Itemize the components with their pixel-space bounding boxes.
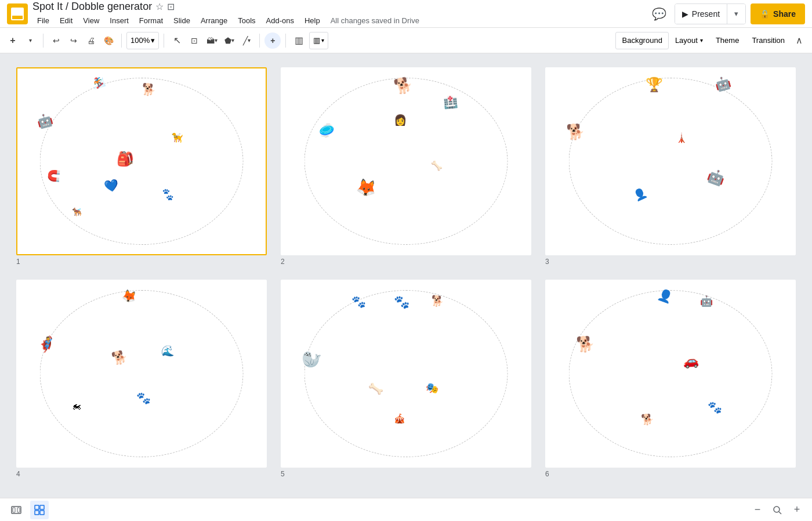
grid-icon (34, 505, 45, 515)
svg-line-8 (779, 512, 781, 514)
collapse-toolbar-button[interactable]: ∧ (791, 31, 807, 50)
svg-rect-6 (40, 511, 44, 515)
toolbar-zoom-section: 100% ▾ (126, 32, 159, 49)
slide2-char-6: 🦴 (431, 161, 443, 171)
line-icon: ╱ (243, 36, 248, 45)
slide4-char-3: 🐕 (111, 350, 128, 365)
slide-number-5: 5 (281, 470, 285, 478)
slide-circle-5 (304, 290, 508, 457)
slide-thumbnail-4[interactable]: 🦊 🦸 🐕 🌊 🏍 🐾 (16, 280, 267, 468)
slide-thumbnail-3[interactable]: 🏆 🤖 🐕 🗼 🤖 👤 (545, 67, 796, 255)
divider-5 (285, 34, 286, 48)
menu-view[interactable]: View (78, 14, 104, 27)
layout-button[interactable]: Layout ▾ (669, 32, 709, 49)
background-button[interactable]: Background (615, 32, 668, 49)
share-button[interactable]: 🔒 Share (751, 3, 805, 24)
slide6-char-6: 🐕 (641, 414, 654, 425)
print-button[interactable]: 🖨 (83, 31, 99, 50)
layout-icon-button[interactable]: ▥ (291, 31, 307, 50)
slides-grid: 🏂 🐕 🤖 🧲 💙 🐾 🦮 🐕‍🦺 🎒 1 🐕 🥏 (0, 53, 812, 521)
slide-number-2: 2 (281, 258, 285, 266)
title-area: Spot It / Dobble generator ☆ ⊡ File Edit… (32, 1, 644, 27)
slide-thumbnail-1[interactable]: 🏂 🐕 🤖 🧲 💙 🐾 🦮 🐕‍🦺 🎒 (16, 67, 267, 255)
menu-slide[interactable]: Slide (169, 14, 195, 27)
insert-plus-button[interactable]: + (264, 32, 281, 49)
shape-tool-button[interactable]: ⬟ ▾ (221, 31, 237, 50)
slide-wrapper-4: 🦊 🦸 🐕 🌊 🏍 🐾 4 (9, 275, 274, 487)
slide1-char-2: 🐕 (140, 82, 157, 96)
crop-tool-button[interactable]: ⊡ (186, 31, 202, 50)
add-slide-button[interactable]: + (5, 31, 21, 50)
filmstrip-icon (11, 505, 21, 515)
slide6-char-4: 🚗 (682, 354, 699, 368)
top-right-controls: 💬 ▶ Present ▾ 🔒 Share (649, 3, 805, 24)
line-tool-button[interactable]: ╱ ▾ (238, 31, 255, 50)
slide5-char-3: 🐕 (430, 295, 444, 307)
present-button-group: ▶ Present ▾ (675, 3, 746, 24)
zoom-reset-button[interactable] (769, 502, 785, 518)
slide-thumbnail-2[interactable]: 🐕 🥏 👩 🏥 🦊 🦴 (281, 67, 531, 255)
slide-circle-3 (569, 78, 773, 245)
menu-tools[interactable]: Tools (233, 14, 260, 27)
theme-button[interactable]: Theme (709, 32, 745, 49)
slide3-char-4: 🗼 (676, 133, 687, 143)
slide-thumbnail-6[interactable]: 👤 🤖 🐕 🚗 🐾 🐕 (545, 280, 796, 468)
slide6-char-5: 🐾 (708, 401, 722, 413)
zoom-in-button[interactable]: + (789, 502, 805, 518)
present-main-button[interactable]: ▶ Present (675, 4, 727, 24)
slide3-char-1: 🏆 (646, 78, 663, 92)
toolbar-right-actions: Background Layout ▾ Theme Transition ∧ (615, 31, 807, 50)
grid-view-button[interactable] (30, 501, 49, 519)
menu-file[interactable]: File (32, 14, 54, 27)
slide3-char-2: 🤖 (714, 76, 733, 92)
folder-icon[interactable]: ⊡ (167, 1, 175, 12)
menu-format[interactable]: Format (135, 14, 168, 27)
slide-options-dropdown[interactable]: ▥ ▾ (309, 32, 328, 49)
add-dropdown-button[interactable]: ▾ (22, 31, 38, 50)
slide2-char-2: 🥏 (318, 124, 335, 138)
slide4-char-2: 🦸 (37, 337, 56, 352)
slide-thumbnail-5[interactable]: 🐾 🐾 🐕 🦭 🦴 🎭 🎪 (281, 280, 531, 468)
slide4-char-4: 🌊 (161, 346, 174, 356)
layout-label: Layout (675, 36, 698, 45)
slide1-char-7: 🦮 (171, 133, 183, 143)
toolbar-add-section: + ▾ (5, 31, 38, 50)
slide2-char-1: 🐕 (393, 76, 414, 94)
menu-insert[interactable]: Insert (105, 14, 133, 27)
present-dropdown-button[interactable]: ▾ (727, 4, 745, 24)
slide6-char-2: 🤖 (700, 296, 713, 306)
menu-addons[interactable]: Add-ons (262, 14, 299, 27)
slide-circle-1 (40, 78, 244, 245)
filmstrip-view-button[interactable] (7, 501, 26, 519)
zoom-out-button[interactable]: − (749, 502, 766, 518)
svg-rect-4 (40, 505, 44, 509)
zoom-dropdown[interactable]: 100% ▾ (126, 32, 159, 49)
cursor-tool-button[interactable]: ↖ (169, 31, 185, 50)
paint-format-button[interactable]: 🎨 (100, 31, 117, 50)
slide5-char-6: 🎭 (426, 383, 438, 393)
comment-button[interactable]: 💬 (649, 3, 670, 24)
zoom-value: 100% (130, 36, 150, 45)
present-icon: ▶ (682, 9, 688, 19)
undo-button[interactable]: ↩ (48, 31, 64, 50)
redo-button[interactable]: ↪ (66, 31, 82, 50)
menu-arrange[interactable]: Arrange (196, 14, 232, 27)
slide-number-6: 6 (545, 470, 549, 478)
menu-edit[interactable]: Edit (55, 14, 77, 27)
star-icon[interactable]: ☆ (155, 1, 164, 12)
slide1-char-4: 🧲 (47, 170, 60, 182)
image-tool-button[interactable]: 🏔 ▾ (204, 31, 220, 50)
slide-number-3: 3 (545, 258, 549, 266)
shape-icon: ⬟ (224, 36, 231, 45)
slide5-char-1: 🐾 (351, 296, 366, 307)
menu-help[interactable]: Help (300, 14, 325, 27)
transition-button[interactable]: Transition (745, 32, 791, 49)
slide-wrapper-6: 👤 🤖 🐕 🚗 🐾 🐕 6 (538, 275, 803, 487)
slide5-char-4: 🦭 (302, 352, 322, 368)
slide-wrapper-2: 🐕 🥏 👩 🏥 🦊 🦴 2 (274, 63, 538, 275)
doc-title-row: Spot It / Dobble generator ☆ ⊡ (32, 1, 644, 13)
slide4-char-6: 🐾 (136, 392, 151, 404)
slide-wrapper-3: 🏆 🤖 🐕 🗼 🤖 👤 3 (538, 63, 803, 275)
slide5-char-2: 🐾 (394, 296, 409, 309)
slide-circle-6 (569, 290, 773, 457)
